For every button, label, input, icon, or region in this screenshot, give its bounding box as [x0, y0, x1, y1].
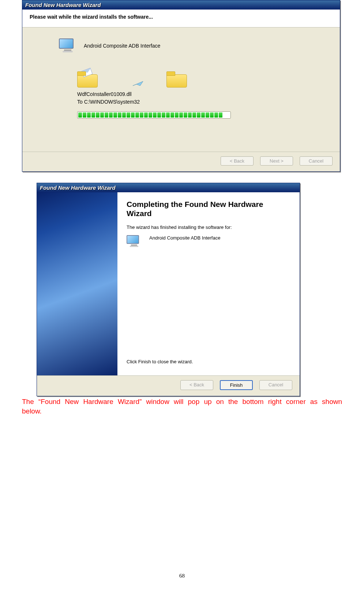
file-lines: WdfCoInstaller01009.dll To C:\WINDOWS\sy… — [77, 90, 325, 106]
install-subheader-text: Please wait while the wizard installs th… — [30, 14, 153, 20]
caption-text: The “Found New Hardware Wizard” window w… — [22, 397, 342, 416]
next-button[interactable]: Next > — [260, 156, 293, 166]
install-body: Android Composite ADB Interface WdfCoIns… — [22, 27, 340, 152]
complete-device-row: Android Composite ADB Interface — [127, 235, 289, 250]
wizard-side-panel — [37, 192, 117, 375]
filename-label: WdfCoInstaller01009.dll — [77, 90, 325, 98]
destination-label: To C:\WINDOWS\system32 — [77, 98, 325, 106]
wizard-complete-dialog: Found New Hardware Wizard Completing the… — [37, 183, 300, 396]
monitor-icon — [127, 235, 142, 248]
cancel-button[interactable]: Cancel — [259, 380, 292, 390]
finish-button[interactable]: Finish — [220, 380, 253, 390]
cancel-button[interactable]: Cancel — [300, 156, 333, 166]
complete-subtext: The wizard has finished installing the s… — [127, 225, 289, 230]
titlebar-text: Found New Hardware Wizard — [25, 2, 101, 8]
source-folder-icon — [77, 71, 97, 87]
complete-device-name: Android Composite ADB Interface — [149, 235, 220, 241]
page-number: 68 — [0, 573, 364, 579]
monitor-icon — [59, 38, 76, 53]
device-row: Android Composite ADB Interface — [59, 38, 325, 53]
close-wizard-text: Click Finish to close the wizard. — [127, 359, 289, 364]
button-row-install: < Back Next > Cancel — [22, 152, 340, 171]
install-subheader: Please wait while the wizard installs th… — [22, 10, 340, 27]
dest-folder-icon — [166, 71, 186, 87]
device-name-label: Android Composite ADB Interface — [84, 43, 160, 49]
progress-bar — [77, 111, 231, 119]
wizard-right-pane: Completing the Found New Hardware Wizard… — [117, 192, 300, 375]
flying-file-icon — [132, 81, 145, 87]
titlebar-complete-text: Found New Hardware Wizard — [40, 185, 116, 191]
back-button[interactable]: < Back — [221, 156, 254, 166]
titlebar-complete: Found New Hardware Wizard — [37, 183, 300, 192]
button-row-complete: < Back Finish Cancel — [37, 375, 300, 396]
back-button[interactable]: < Back — [180, 380, 213, 390]
complete-body: Completing the Found New Hardware Wizard… — [37, 192, 300, 375]
wizard-install-dialog: Found New Hardware Wizard Please wait wh… — [22, 0, 340, 172]
titlebar-install: Found New Hardware Wizard — [22, 0, 340, 10]
complete-heading: Completing the Found New Hardware Wizard — [127, 200, 289, 218]
file-copy-row — [77, 71, 325, 87]
